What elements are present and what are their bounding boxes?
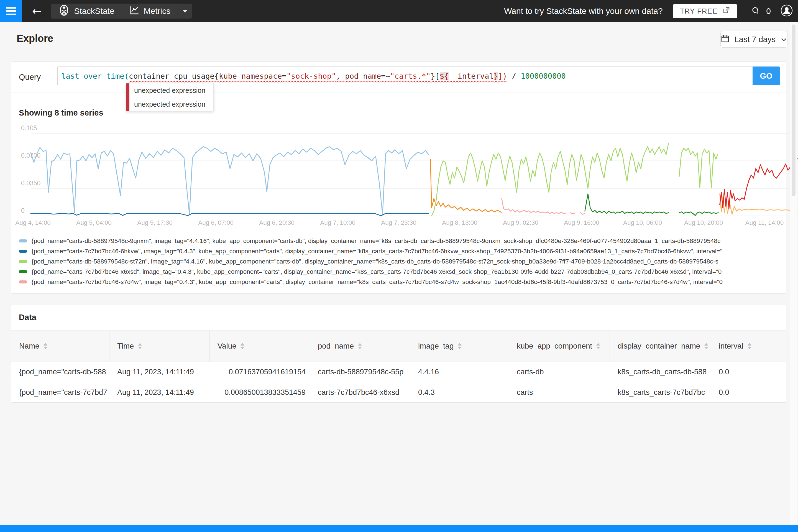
tab-dropdown-button[interactable] [177,4,192,19]
page-scrollbar[interactable] [790,22,797,525]
sort-icon[interactable] [458,343,462,349]
cell-time: Aug 11, 2023, 14:11:49 [110,382,210,403]
try-free-button[interactable]: TRY FREE [673,4,738,18]
legend-swatch-icon [19,250,27,253]
table-row[interactable]: {pod_name="carts-7c7bd7Aug 11, 2023, 14:… [11,382,786,403]
cell-kube-app-component: carts-db [509,362,610,382]
column-label: Value [217,342,236,350]
cell-name: {pod_name="carts-7c7bd7 [11,382,110,403]
app-tab-group: StackState Metrics [51,4,192,19]
metrics-label: Metrics [144,6,171,16]
column-label: display_container_name [618,342,700,350]
back-button[interactable]: ← [32,0,41,22]
topbar: ← StackState Metri [0,0,798,22]
time-range-label: Last 7 days [735,35,776,44]
table-row[interactable]: {pod_name="carts-db-588Aug 11, 2023, 14:… [11,362,786,382]
query-token: pod_name [345,72,381,80]
query-input[interactable]: last_over_time(container_cpu_usage{kube_… [57,66,753,86]
series-carts-7c7bd7bc46-s7d4w [570,213,575,214]
external-link-icon [722,6,730,16]
series-carts-7c7bd7bc46-6hkvw [31,213,429,216]
legend-item[interactable]: {pod_name="carts-7c7bd7bc46-6hkvw", imag… [19,246,780,256]
query-token: / [507,72,521,80]
sort-icon[interactable] [241,343,244,349]
x-tick-label: Aug 8, 13:00 [442,219,477,226]
query-token: }[ [431,72,440,80]
query-token: container_cpu_usage{ [129,72,219,80]
cell-name: {pod_name="carts-db-588 [11,362,110,382]
cell-time: Aug 11, 2023, 14:11:49 [110,362,210,382]
legend-label: {pod_name="carts-db-588979548c-st72n", i… [32,258,718,265]
legend-item[interactable]: {pod_name="carts-db-588979548c-st72n", i… [19,256,780,267]
cell-interval: 0.0 [711,362,786,382]
cell-value: 0.008650013833351459 [210,382,310,403]
legend-item[interactable]: {pod_name="carts-7c7bd7bc46-x6xsd", imag… [19,267,780,277]
column-label: kube_app_component [517,342,592,350]
series-carts-7c7bd7bc46-x6xsd [679,212,718,215]
go-button[interactable]: GO [753,66,780,86]
legend-item[interactable]: {pod_name="carts-db-588979548c-9qnxm", i… [19,236,780,246]
legend-label: {pod_name="carts-7c7bd7bc46-s7d4w", imag… [32,279,723,286]
column-label: pod_name [318,342,354,350]
column-header-interval[interactable]: interval [711,330,786,362]
data-card: Data NameTimeValuepod_nameimage_tagkube_… [11,305,786,403]
hamburger-menu-button[interactable] [0,0,22,22]
sort-icon[interactable] [596,343,600,349]
hamburger-icon [6,7,16,8]
stackstate-app-button[interactable]: StackState [51,4,122,19]
series-carts-db-588979548c-st72n [679,148,717,188]
x-tick-label: Aug 4, 14:00 [15,219,51,226]
sort-icon[interactable] [358,343,362,349]
query-token: ]) [498,72,507,80]
cell-image-tag: 4.4.16 [410,362,509,382]
query-token: kube_namespace [219,72,282,80]
series-carts-db-588979548c-9qnxm [31,147,429,214]
column-label: interval [719,342,743,350]
avatar[interactable] [780,4,793,18]
chart-heading: Showing 8 time series [19,108,103,117]
column-header-value[interactable]: Value [210,330,310,362]
x-tick-label: Aug 9, 02:30 [503,219,538,226]
query-token: "sock-shop" [286,72,336,80]
promo-text: Want to try StackState with your own dat… [504,6,663,16]
scrollbar-thumb[interactable] [792,24,796,196]
y-tick-label: 0.0700 [21,152,40,159]
y-tick-label: 0 [21,207,25,214]
sort-icon[interactable] [704,343,708,349]
x-tick-label: Aug 5, 17:30 [137,219,173,226]
tab-metrics[interactable]: Metrics [122,4,178,19]
cell-value: 0.07163705941619154 [210,362,310,382]
query-label: Query [19,62,41,93]
time-range-selector[interactable]: Last 7 days [720,31,787,48]
query-token: =~ [381,72,390,80]
back-arrow-icon: ← [32,5,41,17]
sort-icon[interactable] [138,343,142,349]
chevron-down-icon [781,35,787,44]
x-axis-labels: Aug 4, 14:00Aug 5, 04:00Aug 5, 17:30Aug … [11,219,786,228]
column-header-image-tag[interactable]: image_tag [410,330,509,362]
column-header-display-container-name[interactable]: display_container_name [610,330,711,362]
pinned-items[interactable]: 0 [750,5,771,17]
sort-icon[interactable] [747,343,752,349]
legend-label: {pod_name="carts-7c7bd7bc46-x6xsd", imag… [32,268,722,276]
legend-swatch-icon [19,240,27,243]
pin-icon [750,5,761,17]
x-tick-label: Aug 6, 07:00 [198,219,233,226]
series-carts-db-588979548c-st72n [432,144,669,216]
bottom-accent-bar [0,525,798,532]
x-tick-label: Aug 10, 20:00 [684,219,723,226]
column-header-name[interactable]: Name [11,330,110,362]
error-message: unexpected expression [126,97,213,111]
x-tick-label: Aug 6, 20:30 [259,219,294,226]
series-carts-7c7bd7bc46-s7d4w [580,213,585,214]
query-token: last_over_time( [61,72,129,80]
column-header-time[interactable]: Time [110,330,210,362]
column-header-pod-name[interactable]: pod_name [310,330,410,362]
legend-item[interactable]: {pod_name="carts-7c7bd7bc46-s7d4w", imag… [19,277,780,287]
column-header-kube-app-component[interactable]: kube_app_component [509,330,610,362]
x-tick-label: Aug 9, 16:00 [564,219,599,226]
query-token: = [282,72,286,80]
sort-icon[interactable] [43,343,48,349]
legend-label: {pod_name="carts-db-588979548c-9qnxm", i… [32,238,720,245]
x-tick-label: Aug 7, 23:30 [381,219,416,226]
